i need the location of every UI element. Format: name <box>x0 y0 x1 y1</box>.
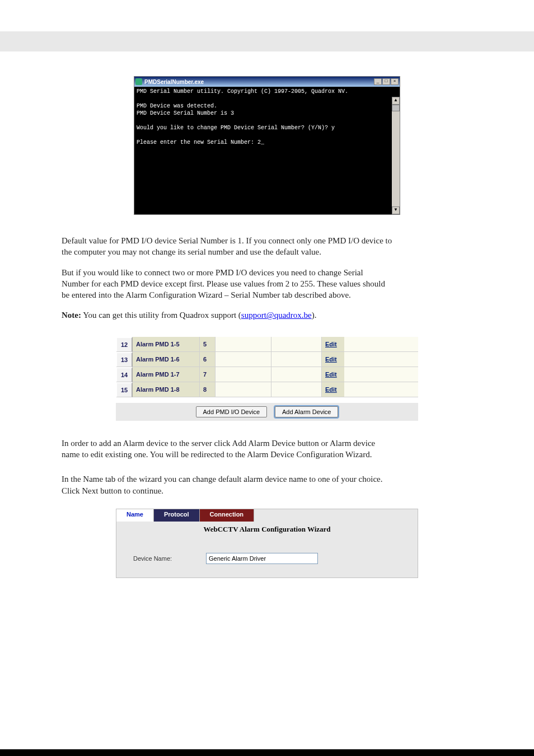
maximize-button[interactable]: □ <box>382 78 390 85</box>
add-pmd-device-button[interactable]: Add PMD I/O Device <box>196 406 267 417</box>
alarm-number: 8 <box>200 382 216 397</box>
row-index: 12 <box>116 337 133 352</box>
alarm-name: Alarm PMD 1-8 <box>133 382 200 397</box>
device-name-label: Device Name: <box>133 555 206 562</box>
empty-cell <box>216 382 271 397</box>
alarm-number: 5 <box>200 337 216 352</box>
header-bar <box>0 31 534 51</box>
pmd-alarm-table: 12Alarm PMD 1-55Edit13Alarm PMD 1-66Edit… <box>116 337 418 397</box>
row-index: 15 <box>116 382 133 397</box>
alarm-number: 6 <box>200 352 216 367</box>
add-alarm-device-button[interactable]: Add Alarm Device <box>275 406 338 417</box>
footer-bar <box>0 749 534 756</box>
tab-name[interactable]: Name <box>116 509 154 522</box>
table-row: 13Alarm PMD 1-66Edit <box>116 352 418 367</box>
scrollbar[interactable]: ▲ ▼ <box>392 97 400 214</box>
device-name-input[interactable] <box>206 553 318 564</box>
alarm-number: 7 <box>200 367 216 382</box>
scroll-up-icon[interactable]: ▲ <box>392 97 400 105</box>
alarm-name: Alarm PMD 1-5 <box>133 337 200 352</box>
tab-protocol[interactable]: Protocol <box>154 509 200 522</box>
wizard-title: WebCCTV Alarm Configuration Wizard <box>116 525 418 534</box>
scroll-thumb[interactable] <box>392 105 400 111</box>
scroll-down-icon[interactable]: ▼ <box>392 206 400 214</box>
app-icon <box>135 78 142 85</box>
close-button[interactable]: × <box>391 78 399 85</box>
alarm-config-wizard: Name Protocol Connection WebCCTV Alarm C… <box>116 509 418 578</box>
table-row: 15Alarm PMD 1-88Edit <box>116 382 418 397</box>
table-row: 12Alarm PMD 1-55Edit <box>116 337 418 352</box>
tab-connection[interactable]: Connection <box>200 509 255 522</box>
title-bar: PMDSerialNumber.exe _ □ × <box>134 77 400 87</box>
empty-cell <box>344 337 418 352</box>
empty-cell <box>271 352 322 367</box>
empty-cell <box>216 337 271 352</box>
terminal-window: PMDSerialNumber.exe _ □ × PMD Serial Num… <box>134 76 400 215</box>
edit-link[interactable]: Edit <box>325 371 337 378</box>
edit-link[interactable]: Edit <box>325 341 337 348</box>
empty-cell <box>216 352 271 367</box>
table-row: 14Alarm PMD 1-77Edit <box>116 367 418 382</box>
row-index: 14 <box>116 367 133 382</box>
window-title: PMDSerialNumber.exe <box>144 79 374 85</box>
row-index: 13 <box>116 352 133 367</box>
alarm-name: Alarm PMD 1-7 <box>133 367 200 382</box>
empty-cell <box>271 367 322 382</box>
support-email-link[interactable]: support@quadrox.be <box>241 311 312 320</box>
empty-cell <box>344 367 418 382</box>
pmd-table-wrapper: 12Alarm PMD 1-55Edit13Alarm PMD 1-66Edit… <box>62 337 472 421</box>
empty-cell <box>344 352 418 367</box>
minimize-button[interactable]: _ <box>374 78 382 85</box>
terminal-output: PMD Serial Number utility. Copyright (C)… <box>134 87 400 214</box>
alarm-name: Alarm PMD 1-6 <box>133 352 200 367</box>
body-paragraph-2: In order to add an Alarm device to the s… <box>62 438 472 496</box>
empty-cell <box>271 382 322 397</box>
empty-cell <box>271 337 322 352</box>
empty-cell <box>216 367 271 382</box>
note-label: Note: <box>62 311 81 320</box>
body-paragraph-1: Default value for PMD I/O device Serial … <box>62 235 472 321</box>
edit-link[interactable]: Edit <box>325 386 337 393</box>
edit-link[interactable]: Edit <box>325 356 337 363</box>
empty-cell <box>344 382 418 397</box>
